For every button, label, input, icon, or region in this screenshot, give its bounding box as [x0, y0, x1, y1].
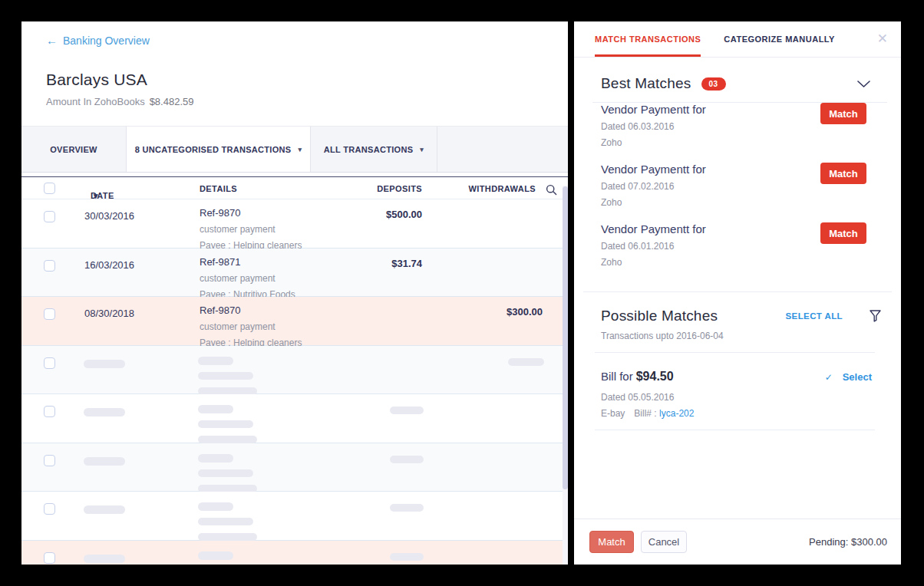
- skeleton-detail-line: [198, 405, 233, 413]
- collapse-chevron-icon[interactable]: [857, 81, 870, 88]
- tab-overview[interactable]: OVERVIEW: [21, 127, 127, 172]
- skeleton-detail-line: [198, 551, 233, 560]
- bill-vendor: E-bay: [601, 408, 625, 419]
- tab-uncategorised-label: 8 UNCATEGORISED TRANSACTIONS: [135, 145, 292, 154]
- bill-date: Dated 05.05.2016: [601, 392, 878, 403]
- tab-uncategorised-transactions[interactable]: 8 UNCATEGORISED TRANSACTIONS▾: [127, 127, 311, 172]
- row-checkbox[interactable]: [44, 211, 55, 222]
- divider: [583, 291, 892, 292]
- footer-cancel-button[interactable]: Cancel: [641, 531, 687, 553]
- skeleton-date: [84, 360, 125, 368]
- row-checkbox[interactable]: [44, 552, 55, 564]
- check-icon: ✓: [825, 372, 833, 383]
- select-all-link[interactable]: SELECT ALL: [786, 311, 843, 321]
- tab-categorize-manually[interactable]: CATEGORIZE MANUALLY: [724, 21, 835, 57]
- row-checkbox[interactable]: [44, 503, 55, 515]
- row-checkbox[interactable]: [44, 455, 55, 466]
- amount-value: $8.482.59: [150, 96, 194, 107]
- table-row-loading: [21, 346, 568, 395]
- table-row-loading: [21, 541, 568, 565]
- possible-match-item: Bill for$94.50 Dated 05.05.2016 E-bayBil…: [601, 370, 878, 419]
- skeleton-detail-line: [198, 469, 253, 477]
- row-date: 30/03/2016: [84, 210, 134, 222]
- back-link-label: Banking Overview: [63, 35, 150, 47]
- row-ref: Ref-9870: [200, 207, 240, 219]
- match-button[interactable]: Match: [820, 222, 866, 244]
- right-panel-footer: Match Cancel Pending: $300.00: [574, 519, 901, 565]
- match-button[interactable]: Match: [820, 103, 866, 124]
- table-row-loading: [21, 443, 568, 492]
- best-match-item: Vendor Paymentt for Dated 06.01.2016 Zoh…: [601, 222, 870, 282]
- skeleton-detail-line: [198, 387, 257, 395]
- skeleton-detail-line: [198, 420, 253, 428]
- divider: [595, 430, 875, 430]
- skeleton-date: [84, 555, 125, 563]
- row-description: customer payment: [200, 273, 276, 284]
- skeleton-date: [84, 408, 125, 416]
- account-summary: Barclays USA Amount In ZohoBooks$8.482.5…: [21, 48, 568, 107]
- match-item-source: Zoho: [601, 197, 870, 208]
- tab-overview-label: OVERVIEW: [50, 145, 97, 154]
- vertical-scrollbar[interactable]: [563, 186, 568, 565]
- back-link[interactable]: ←Banking Overview: [46, 34, 150, 47]
- skeleton-detail-line: [198, 357, 233, 365]
- skeleton-detail-line: [198, 454, 233, 463]
- match-button[interactable]: Match: [820, 163, 866, 184]
- footer-match-button[interactable]: Match: [589, 531, 634, 553]
- back-arrow-icon: ←: [46, 34, 58, 47]
- filter-icon[interactable]: [870, 310, 881, 322]
- skeleton-date: [84, 505, 125, 514]
- row-date: 08/30/2018: [84, 308, 134, 319]
- skeleton-deposit-amount: [390, 407, 424, 414]
- tab-all-transactions[interactable]: ALL TRANSACTIONS▾: [311, 127, 437, 172]
- table-row[interactable]: 30/03/2016 Ref-9870 customer payment Pay…: [21, 199, 568, 249]
- column-details: DETAILS: [200, 184, 237, 193]
- select-all-checkbox[interactable]: [44, 183, 55, 194]
- best-matches-title: Best Matches: [601, 75, 691, 92]
- select-link[interactable]: ✓ Select: [825, 371, 872, 383]
- scrollbar-thumb[interactable]: [563, 186, 568, 489]
- close-icon[interactable]: ✕: [877, 32, 888, 45]
- bill-title: Bill for: [601, 370, 633, 383]
- row-deposit-amount: $500.00: [386, 209, 422, 220]
- match-transactions-panel: MATCH TRANSACTIONS CATEGORIZE MANUALLY ✕…: [574, 21, 901, 565]
- possible-matches-subtitle: Transactions upto 2016-06-04: [574, 331, 901, 341]
- best-match-item: Vendor Paymentt for Dated 06.03.2016 Zoh…: [601, 103, 870, 163]
- skeleton-detail-line: [198, 485, 257, 492]
- row-ref: Ref-9871: [200, 256, 240, 268]
- bill-number-link[interactable]: lyca-202: [659, 408, 694, 419]
- column-withdrawals: WITHDRAWALS: [468, 184, 536, 193]
- transactions-table-body: 30/03/2016 Ref-9870 customer payment Pay…: [21, 199, 568, 565]
- table-row[interactable]: 16/03/2016 Ref-9871 customer payment Pay…: [21, 249, 568, 298]
- row-description: customer payment: [200, 224, 276, 235]
- match-item-source: Zoho: [601, 137, 870, 148]
- skeleton-deposit-amount: [390, 553, 424, 561]
- row-checkbox[interactable]: [44, 260, 55, 272]
- row-checkbox[interactable]: [44, 357, 55, 369]
- row-withdrawal-amount: $300.00: [507, 306, 543, 318]
- search-icon[interactable]: [546, 184, 557, 196]
- skeleton-detail-line: [198, 372, 253, 380]
- match-item-source: Zoho: [601, 257, 870, 268]
- account-name: Barclays USA: [46, 71, 568, 89]
- row-ref: Ref-9870: [200, 305, 240, 316]
- skeleton-deposit-amount: [390, 456, 424, 463]
- skeleton-detail-line: [198, 533, 257, 541]
- row-checkbox[interactable]: [44, 308, 55, 320]
- count-badge: 03: [701, 77, 726, 91]
- skeleton-detail-line: [198, 436, 257, 443]
- row-deposit-amount: $31.74: [391, 258, 422, 269]
- row-date: 16/03/2016: [84, 259, 134, 271]
- left-panel-header: ←Banking Overview: [21, 21, 568, 48]
- right-panel-tabbar: MATCH TRANSACTIONS CATEGORIZE MANUALLY ✕: [574, 21, 901, 58]
- skeleton-detail-line: [198, 502, 233, 511]
- tab-all-label: ALL TRANSACTIONS: [324, 145, 413, 154]
- amount-label: Amount In ZohoBooks: [46, 96, 145, 107]
- column-deposits: DEPOSITS: [377, 184, 422, 193]
- tab-match-transactions[interactable]: MATCH TRANSACTIONS: [595, 21, 701, 57]
- possible-matches-title: Possible Matches: [601, 308, 718, 324]
- divider: [595, 352, 875, 353]
- table-row-selected[interactable]: 08/30/2018 Ref-9870 customer payment Pay…: [21, 297, 568, 346]
- row-checkbox[interactable]: [44, 406, 55, 417]
- account-tabbar: OVERVIEW 8 UNCATEGORISED TRANSACTIONS▾ A…: [21, 126, 568, 173]
